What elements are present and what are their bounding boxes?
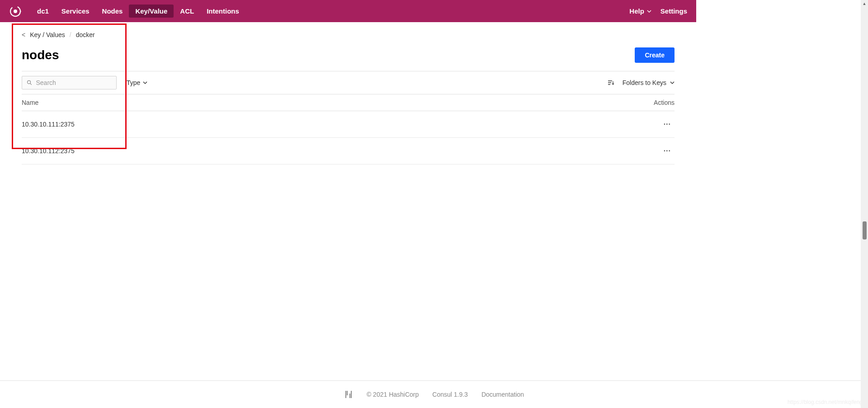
breadcrumb-root[interactable]: Key / Values: [30, 31, 65, 38]
table-row[interactable]: 10.30.10.112:2375 ···: [22, 138, 675, 164]
nav-help[interactable]: Help: [629, 7, 651, 15]
search-icon: [27, 80, 32, 86]
svg-point-1: [14, 9, 17, 13]
row-name: 10.30.10.111:2375: [22, 121, 75, 128]
nav-keyvalue[interactable]: Key/Value: [129, 5, 174, 18]
chevron-down-icon: [647, 9, 651, 14]
nav-right: Help Settings: [629, 7, 687, 15]
row-name: 10.30.10.112:2375: [22, 147, 75, 155]
type-label: Type: [127, 79, 140, 86]
nav-items: dc1 Services Nodes Key/Value ACL Intenti…: [31, 5, 629, 18]
nav-services[interactable]: Services: [55, 5, 96, 18]
sort-icon[interactable]: [607, 79, 614, 86]
toolbar-right: Folders to Keys: [607, 79, 675, 86]
page-header: nodes Create: [22, 47, 675, 63]
consul-logo-icon: [9, 5, 22, 18]
svg-line-6: [30, 84, 32, 85]
create-button[interactable]: Create: [635, 47, 675, 63]
breadcrumb-separator: /: [70, 31, 71, 38]
breadcrumb: < Key / Values / docker: [22, 31, 675, 38]
chevron-down-icon: [143, 80, 147, 85]
nav-help-label: Help: [629, 7, 644, 15]
row-actions-button[interactable]: ···: [660, 145, 675, 157]
nav-datacenter[interactable]: dc1: [31, 5, 55, 18]
chevron-down-icon: [670, 80, 675, 85]
toolbar: Type Folders to Keys: [22, 71, 675, 94]
row-actions-button[interactable]: ···: [660, 118, 675, 130]
table-header: Name Actions: [22, 94, 675, 111]
svg-point-3: [20, 10, 21, 11]
breadcrumb-back-icon[interactable]: <: [22, 31, 25, 38]
search-input[interactable]: [36, 79, 112, 86]
type-dropdown[interactable]: Type: [127, 79, 147, 86]
svg-point-2: [19, 9, 20, 9]
main-content: < Key / Values / docker nodes Create Typ…: [0, 22, 696, 164]
nav-nodes[interactable]: Nodes: [96, 5, 129, 18]
kv-table: Name Actions 10.30.10.111:2375 ··· 10.30…: [22, 94, 675, 164]
nav-intentions[interactable]: Intentions: [200, 5, 245, 18]
svg-point-5: [28, 80, 31, 84]
sort-label: Folders to Keys: [623, 79, 666, 86]
top-navigation: dc1 Services Nodes Key/Value ACL Intenti…: [0, 0, 696, 22]
breadcrumb-current[interactable]: docker: [76, 31, 95, 38]
svg-point-4: [19, 12, 20, 13]
table-row[interactable]: 10.30.10.111:2375 ···: [22, 111, 675, 138]
col-actions: Actions: [654, 99, 675, 106]
page-title: nodes: [22, 48, 59, 62]
col-name: Name: [22, 99, 38, 106]
search-box[interactable]: [22, 76, 117, 89]
nav-settings[interactable]: Settings: [660, 7, 687, 15]
nav-acl[interactable]: ACL: [174, 5, 200, 18]
sort-dropdown[interactable]: Folders to Keys: [623, 79, 675, 86]
